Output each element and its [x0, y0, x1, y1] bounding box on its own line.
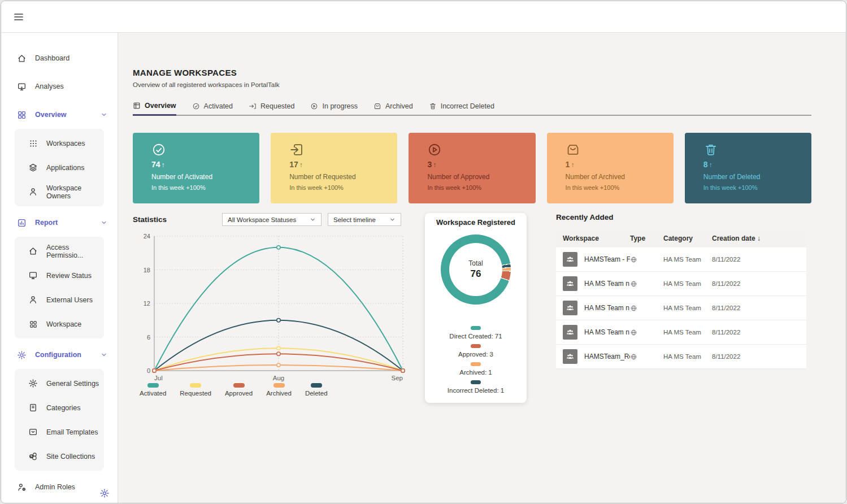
workspace-name: HAMSTeam - F — [584, 255, 630, 263]
arrow-bracket-icon — [249, 102, 257, 110]
stat-label: Number of Archived — [566, 173, 668, 181]
legend-item-requested[interactable]: Requested — [180, 383, 211, 397]
sidebar-item-label: Workspace — [46, 320, 81, 328]
gear-icon — [28, 379, 38, 388]
stat-card-deleted: 8↑ Number of Deleted In this week +100% — [685, 133, 811, 203]
table-header-row: Workspace Type Category Creation date ↓ — [556, 229, 806, 247]
sidebar-section-configuration[interactable]: Configuration — [1, 341, 118, 369]
tab-activated[interactable]: Activated — [192, 102, 233, 115]
stat-sub: In this week +100% — [703, 184, 806, 191]
recently-added-section: Recently Added Workspace Type Category C… — [556, 213, 806, 369]
workspace-category: HA MS Team — [663, 280, 712, 287]
donut-legend-item-archived[interactable]: Archived: 1 — [425, 362, 527, 376]
stat-sub: In this week +100% — [427, 184, 529, 191]
sidebar-section-label: Configuration — [35, 351, 81, 359]
play-circle-icon — [310, 102, 318, 110]
timeline-filter-dropdown[interactable]: Select timeline — [328, 213, 401, 226]
legend-item-activated[interactable]: Activated — [140, 383, 166, 397]
up-arrow-icon: ↑ — [433, 161, 436, 169]
sidebar-item-categories[interactable]: Categories — [15, 396, 104, 420]
legend-pill — [233, 383, 245, 388]
chevron-down-icon — [101, 219, 107, 226]
stat-label: Number of Approved — [427, 173, 529, 181]
svg-text:Aug: Aug — [273, 375, 284, 381]
table-row[interactable]: HA MS Team n HA MS Team 8/11/2022 — [556, 320, 806, 345]
sidebar-item-general-settings[interactable]: General Settings — [15, 371, 104, 396]
sidebar-item-label: External Users — [46, 296, 93, 304]
table-row[interactable]: HAMSTeam_Re HA MS Team 8/11/2022 — [556, 345, 806, 369]
top-bar — [1, 1, 846, 33]
legend-item-archived[interactable]: Archived — [266, 383, 292, 397]
team-avatar — [563, 276, 577, 291]
workspace-name: HAMSTeam_Re — [584, 353, 630, 360]
check-circle-icon — [151, 142, 166, 157]
workspace-type-globe-icon — [630, 329, 663, 336]
workspace-type-globe-icon — [630, 280, 663, 288]
tab-incorrect-deleted[interactable]: Incorrect Deleted — [429, 102, 494, 115]
legend-pill — [471, 344, 481, 348]
hamburger-menu-icon[interactable] — [14, 13, 24, 21]
donut-legend-item-direct-created[interactable]: Direct Created: 71 — [425, 326, 527, 340]
statistics-title: Statistics — [133, 215, 167, 224]
play-circle-icon — [427, 142, 442, 157]
stat-label: Number of Deleted — [703, 173, 806, 181]
up-arrow-icon: ↑ — [571, 161, 574, 169]
recently-added-table: Workspace Type Category Creation date ↓ … — [556, 229, 806, 369]
tab-archived[interactable]: Archived — [373, 102, 413, 115]
settings-gear-icon[interactable] — [99, 488, 110, 498]
workspace-name: HA MS Team n — [584, 280, 629, 288]
check-circle-icon — [192, 102, 200, 110]
legend-item-deleted[interactable]: Deleted — [305, 383, 328, 397]
stat-card-archived: 1↑ Number of Archived In this week +100% — [547, 133, 674, 203]
tab-in-progress[interactable]: In progress — [310, 102, 358, 115]
donut-legend-item-approved[interactable]: Approved: 3 — [425, 344, 527, 358]
table-row[interactable]: HA MS Team n HA MS Team 8/11/2022 — [556, 272, 806, 296]
sidebar-item-access-permissions[interactable]: Access Permissio... — [15, 239, 104, 263]
sidebar-item-site-collections[interactable]: S Site Collections — [15, 444, 104, 468]
sidebar-item-analyses[interactable]: Analyses — [1, 72, 118, 101]
sidebar-item-label: Admin Roles — [35, 483, 75, 491]
sidebar-item-label: Categories — [46, 404, 80, 412]
column-header-creation-date[interactable]: Creation date ↓ — [712, 234, 806, 242]
home-icon — [28, 246, 38, 256]
legend-item-approved[interactable]: Approved — [225, 383, 253, 397]
workspace-status-filter-dropdown[interactable]: All Workspace Statuses — [222, 213, 322, 226]
donut-title: Workspace Registered — [425, 218, 527, 227]
sidebar-item-dashboard[interactable]: Dashboard — [1, 44, 118, 72]
grid-window-icon — [133, 102, 141, 110]
donut-legend-item-incorrect-deleted[interactable]: Incorrect Deleted: 1 — [425, 380, 527, 394]
svg-text:Sep: Sep — [392, 375, 403, 381]
sidebar-item-review-status[interactable]: Review Status — [15, 263, 104, 288]
svg-text:0: 0 — [147, 367, 150, 374]
sidebar-section-report[interactable]: Report — [1, 208, 118, 237]
legend-pill — [311, 383, 322, 388]
sidebar-item-external-users[interactable]: External Users — [15, 288, 104, 312]
sidebar-item-workspace-owners[interactable]: Workspace Owners — [15, 180, 104, 204]
table-row[interactable]: HAMSTeam - F HA MS Team 8/11/2022 — [556, 247, 806, 272]
sidebar-item-email-templates[interactable]: Email Templates — [15, 420, 104, 444]
page-title: MANAGE WORKSPACES — [133, 68, 846, 77]
sidebar: Dashboard Analyses Overview Workspaces A… — [1, 33, 118, 503]
donut-center-value: 76 — [471, 268, 481, 280]
overview-submenu: Workspaces Applications Workspace Owners — [15, 129, 104, 206]
legend-pill — [190, 383, 201, 388]
sidebar-item-label: Site Collections — [46, 453, 95, 460]
chevron-down-icon — [310, 216, 316, 223]
tab-overview[interactable]: Overview — [133, 102, 176, 116]
sidebar-item-applications[interactable]: Applications — [15, 155, 104, 180]
table-row[interactable]: HA MS Team n HA MS Team 8/11/2022 — [556, 296, 806, 320]
monitor-icon — [17, 82, 27, 92]
chart-square-icon — [17, 218, 27, 228]
archive-icon — [566, 142, 580, 157]
envelope-icon — [28, 427, 38, 437]
sidebar-section-overview[interactable]: Overview — [1, 101, 118, 129]
team-avatar — [563, 252, 577, 267]
stat-cards-row: 74↑ Number of Activated In this week +10… — [133, 133, 811, 203]
creation-date: 8/11/2022 — [712, 305, 806, 311]
sort-descending-icon: ↓ — [757, 234, 761, 242]
sidebar-item-workspaces[interactable]: Workspaces — [15, 131, 104, 155]
monitor-icon — [28, 271, 38, 280]
sidebar-item-workspace[interactable]: Workspace — [15, 312, 104, 336]
gear-icon — [17, 350, 27, 360]
tab-requested[interactable]: Requested — [249, 102, 294, 115]
